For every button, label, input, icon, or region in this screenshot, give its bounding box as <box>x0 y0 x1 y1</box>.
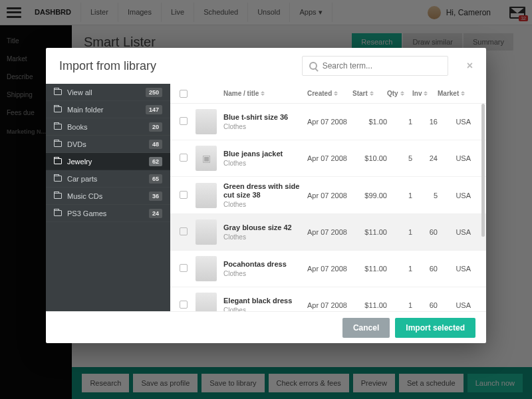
cell-inv: 60 <box>412 265 438 273</box>
folder-label: View all <box>67 88 92 96</box>
select-all-checkbox[interactable] <box>180 90 188 98</box>
folder-icon <box>54 106 62 112</box>
item-title: Elegant black dress <box>223 297 307 305</box>
search-icon <box>309 62 317 70</box>
folder-car-parts[interactable]: Car parts65 <box>46 170 170 188</box>
folder-view-all[interactable]: View all250 <box>46 84 170 101</box>
cell-market: USA <box>438 118 471 126</box>
folder-count: 48 <box>149 140 162 149</box>
folder-label: DVDs <box>67 140 86 148</box>
item-thumbnail <box>196 219 217 245</box>
cell-qty: 1 <box>387 118 412 126</box>
cell-start: $11.00 <box>352 265 387 273</box>
cell-inv: 60 <box>412 301 438 309</box>
folder-ps3-games[interactable]: PS3 Games24 <box>46 205 170 222</box>
item-thumbnail <box>196 109 217 134</box>
folder-dvds[interactable]: DVDs48 <box>46 136 170 153</box>
col-start[interactable]: Start <box>352 90 387 97</box>
sort-icon <box>370 91 374 96</box>
table-row[interactable]: Blue t-shirt size 36ClothesApr 07 2008$1… <box>170 104 486 140</box>
cell-qty: 1 <box>387 192 412 200</box>
modal-title: Import from library <box>59 59 156 73</box>
folder-main-folder[interactable]: Main folder147 <box>46 101 170 118</box>
table-row[interactable]: Green dress with side cut size 38Clothes… <box>170 177 486 214</box>
row-checkbox[interactable] <box>180 227 188 235</box>
folder-icon <box>54 176 62 182</box>
row-checkbox[interactable] <box>180 191 188 199</box>
import-library-modal: Import from library × View all250Main fo… <box>46 48 486 343</box>
item-category: Clothes <box>223 270 307 277</box>
cell-market: USA <box>438 228 471 236</box>
cell-qty: 1 <box>387 265 412 273</box>
folder-count: 65 <box>149 174 162 184</box>
cancel-button[interactable]: Cancel <box>342 318 390 338</box>
search-input[interactable] <box>323 61 441 70</box>
sort-icon <box>424 91 428 96</box>
cell-qty: 5 <box>387 154 412 162</box>
folder-label: Car parts <box>67 175 97 183</box>
folder-icon <box>54 89 62 95</box>
item-title: Blue t-shirt size 36 <box>223 113 307 122</box>
item-category: Clothes <box>223 307 307 311</box>
item-title: Green dress with side cut size 38 <box>223 182 307 200</box>
search-field[interactable] <box>302 56 448 76</box>
sort-icon <box>461 91 465 96</box>
col-inv[interactable]: Inv <box>412 90 438 97</box>
table-row[interactable]: ▣Blue jeans jacketClothesApr 07 2008$10.… <box>170 140 486 177</box>
cell-created: Apr 07 2008 <box>307 301 352 309</box>
row-checkbox[interactable] <box>180 154 188 162</box>
folder-label: Music CDs <box>67 192 102 200</box>
folder-count: 36 <box>149 192 162 201</box>
cell-inv: 24 <box>412 154 438 162</box>
item-title: Blue jeans jacket <box>223 150 307 158</box>
cell-market: USA <box>438 192 471 200</box>
cell-created: Apr 07 2008 <box>307 228 352 236</box>
cell-qty: 1 <box>387 301 412 309</box>
folder-music-cds[interactable]: Music CDs36 <box>46 188 170 205</box>
table-row[interactable]: Pocahontas dressClothesApr 07 2008$11.00… <box>170 251 486 287</box>
item-category: Clothes <box>223 201 307 208</box>
item-thumbnail <box>196 293 217 311</box>
folder-label: Main folder <box>67 106 103 114</box>
folder-count: 147 <box>146 105 162 114</box>
folder-icon <box>54 124 62 130</box>
cell-market: USA <box>438 265 471 273</box>
col-name[interactable]: Name / title <box>223 90 307 97</box>
cell-start: $1.00 <box>352 118 387 126</box>
folder-icon <box>54 158 62 164</box>
modal-overlay: Import from library × View all250Main fo… <box>0 0 532 399</box>
items-table: Name / title Created Start Qty Inv Marke… <box>170 84 486 311</box>
col-qty[interactable]: Qty <box>387 90 412 97</box>
folder-count: 62 <box>149 157 162 166</box>
sort-icon <box>400 91 404 96</box>
folder-count: 20 <box>149 122 162 132</box>
folder-books[interactable]: Books20 <box>46 118 170 136</box>
col-market[interactable]: Market <box>438 90 471 97</box>
cell-created: Apr 07 2008 <box>307 118 352 126</box>
folder-count: 24 <box>149 209 162 218</box>
sort-icon <box>334 91 338 96</box>
close-icon[interactable]: × <box>467 60 473 72</box>
table-row[interactable]: Gray blouse size 42ClothesApr 07 2008$11… <box>170 214 486 251</box>
folder-icon <box>54 141 62 147</box>
cell-inv: 5 <box>412 192 438 200</box>
item-title: Gray blouse size 42 <box>223 223 307 232</box>
col-created[interactable]: Created <box>307 90 352 97</box>
row-checkbox[interactable] <box>180 117 188 125</box>
cell-start: $10.00 <box>352 154 387 162</box>
scrollbar[interactable] <box>481 104 485 237</box>
item-thumbnail <box>196 256 217 281</box>
import-selected-button[interactable]: Import selected <box>395 318 475 338</box>
folder-jewelry[interactable]: Jewelry62 <box>46 153 170 170</box>
folder-icon <box>54 210 62 216</box>
row-checkbox[interactable] <box>180 301 188 309</box>
item-category: Clothes <box>223 160 307 167</box>
cell-start: $11.00 <box>352 228 387 236</box>
folder-label: PS3 Games <box>67 209 106 217</box>
cell-market: USA <box>438 301 471 309</box>
table-row[interactable]: Elegant black dressClothesApr 07 2008$11… <box>170 287 486 311</box>
folder-label: Jewelry <box>67 158 92 166</box>
row-checkbox[interactable] <box>180 264 188 272</box>
cell-start: $11.00 <box>352 301 387 309</box>
folder-label: Books <box>67 123 88 131</box>
